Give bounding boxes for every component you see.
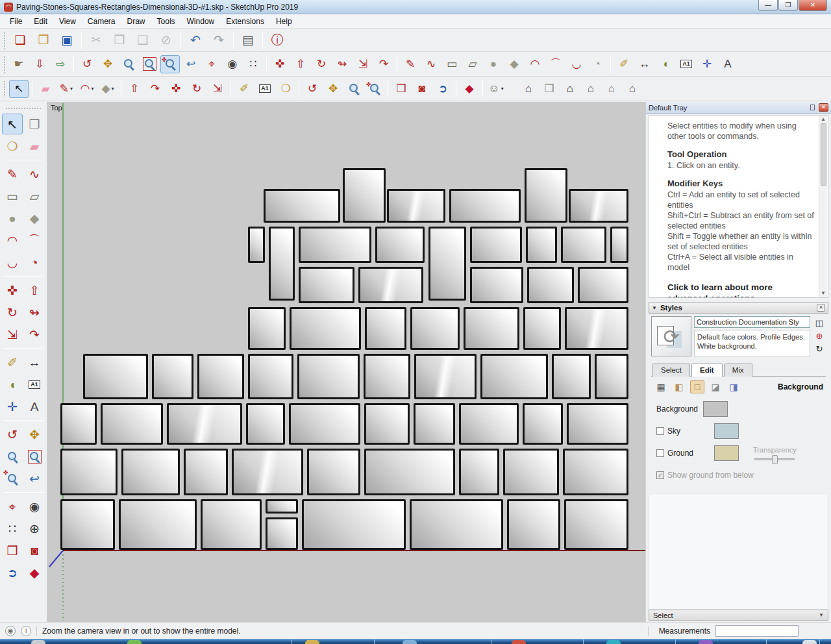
- zoom-icon[interactable]: [344, 80, 364, 98]
- rotated-rectangle-icon[interactable]: ▱: [24, 186, 45, 206]
- create-style-icon[interactable]: ⊕: [813, 330, 826, 342]
- paint-bucket-icon[interactable]: ❍: [2, 136, 23, 156]
- background-settings-icon[interactable]: □: [690, 380, 704, 393]
- styles-panel-header[interactable]: ▼ Styles ✕: [649, 302, 828, 314]
- two-point-arc-icon[interactable]: ⌒: [546, 55, 565, 73]
- right-view-icon[interactable]: ⌂: [581, 80, 601, 98]
- orbit-icon[interactable]: ↺: [303, 80, 322, 98]
- update-style-icon[interactable]: ↻: [813, 343, 826, 355]
- taskbar-app-icon[interactable]: [699, 640, 713, 644]
- axes-icon[interactable]: ✛: [697, 55, 717, 73]
- zoom-extents-icon[interactable]: ✜: [365, 80, 384, 98]
- taskbar-button-edge[interactable]: [819, 639, 831, 644]
- collapse-arrow-icon[interactable]: ▼: [652, 305, 657, 311]
- move-icon[interactable]: ✜: [166, 80, 186, 98]
- orbit-icon[interactable]: ↺: [2, 424, 23, 445]
- freehand-icon[interactable]: ∿: [421, 55, 441, 73]
- extension-warehouse-icon[interactable]: ◙: [24, 540, 45, 561]
- learn-more-link[interactable]: Click to learn about more advanced opera…: [667, 282, 815, 298]
- rectangle-icon[interactable]: ▭: [442, 55, 462, 73]
- arc-icon[interactable]: ◠: [2, 230, 23, 251]
- new-icon[interactable]: ❏: [9, 31, 31, 50]
- rotate-icon[interactable]: ↻: [312, 55, 331, 73]
- tab-select[interactable]: Select: [652, 364, 690, 377]
- tape-measure-icon[interactable]: ✐: [234, 80, 254, 98]
- send-to-layout-icon[interactable]: ➲: [2, 562, 23, 583]
- zoom-window-icon[interactable]: [140, 55, 159, 73]
- select-icon[interactable]: ↖: [9, 80, 29, 98]
- scale-icon[interactable]: ⇲: [2, 324, 23, 345]
- extension-manager-icon[interactable]: ◆: [460, 80, 479, 98]
- style-name-input[interactable]: [694, 316, 810, 328]
- taskbar-app-icon[interactable]: [606, 640, 621, 644]
- rotate-icon[interactable]: ↻: [187, 80, 206, 98]
- import-model-icon[interactable]: ⇩: [30, 55, 49, 73]
- back-view-icon[interactable]: ⌂: [602, 80, 621, 98]
- watermark-settings-icon[interactable]: ◪: [708, 380, 723, 393]
- tray-bottom-bar[interactable]: Select ▼: [649, 610, 828, 621]
- rectangle-icon[interactable]: ▭: [2, 186, 23, 206]
- 3d-text-icon[interactable]: A: [718, 55, 738, 73]
- front-view-icon[interactable]: ⌂: [560, 80, 580, 98]
- transparency-slider[interactable]: [754, 458, 795, 460]
- push-pull-icon[interactable]: ⇧: [125, 80, 144, 98]
- follow-me-icon[interactable]: ↬: [332, 55, 352, 73]
- protractor-icon[interactable]: ◖: [2, 374, 23, 395]
- menu-edit[interactable]: Edit: [28, 16, 53, 27]
- rotate-icon[interactable]: ↻: [2, 302, 23, 323]
- restore-button[interactable]: ❐: [778, 0, 798, 11]
- tab-edit[interactable]: Edit: [691, 364, 723, 377]
- two-point-arc-icon[interactable]: ⌒: [24, 230, 45, 251]
- menu-file[interactable]: File: [4, 16, 28, 27]
- rotated-rectangle-icon[interactable]: ▱: [463, 55, 482, 73]
- position-camera-icon[interactable]: ⌖: [2, 496, 23, 517]
- toolbar-drag-handle[interactable]: [3, 56, 6, 73]
- undo-icon[interactable]: ↶: [184, 31, 206, 50]
- pin-icon[interactable]: [810, 105, 815, 110]
- menu-view[interactable]: View: [53, 16, 82, 27]
- top-view-icon[interactable]: ❒: [540, 80, 559, 98]
- taskbar-button-edge[interactable]: [583, 639, 661, 644]
- walk-icon[interactable]: ∷: [2, 518, 23, 539]
- dimension-icon[interactable]: ↔: [24, 352, 45, 373]
- tape-measure-icon[interactable]: ✐: [2, 352, 23, 373]
- toolbar-drag-handle[interactable]: [3, 80, 6, 97]
- chevron-down-icon[interactable]: ▼: [819, 612, 824, 618]
- close-button[interactable]: ✕: [799, 0, 827, 11]
- extension-warehouse-icon[interactable]: ◙: [412, 80, 432, 98]
- secondary-pane-icon[interactable]: ◫: [813, 317, 826, 329]
- iso-view-icon[interactable]: ⌂: [519, 80, 538, 98]
- zoom-window-icon[interactable]: [24, 446, 45, 467]
- menu-draw[interactable]: Draw: [121, 16, 151, 27]
- menu-extensions[interactable]: Extensions: [220, 16, 270, 27]
- windows-taskbar[interactable]: [0, 639, 831, 644]
- modeling-settings-icon[interactable]: ◨: [726, 380, 741, 393]
- freehand-icon[interactable]: ∿: [24, 164, 45, 184]
- text-icon[interactable]: A1: [676, 55, 696, 73]
- taskbar-button-edge[interactable]: [675, 639, 753, 644]
- paint-bucket-icon[interactable]: ❍: [276, 80, 295, 98]
- pan-icon[interactable]: ✥: [24, 424, 45, 445]
- pan-icon[interactable]: ✥: [323, 80, 343, 98]
- zoom-icon[interactable]: [119, 55, 138, 73]
- zoom-icon[interactable]: [2, 446, 23, 467]
- taskbar-app-icon[interactable]: [305, 640, 319, 644]
- three-point-arc-icon[interactable]: ◡: [567, 55, 586, 73]
- measurements-input[interactable]: [715, 625, 799, 637]
- left-view-icon[interactable]: ⌂: [623, 80, 642, 98]
- menu-tools[interactable]: Tools: [151, 16, 181, 27]
- taskbar-app-icon[interactable]: [127, 640, 142, 644]
- hand-tool-icon[interactable]: ☛: [9, 55, 29, 73]
- erase-icon[interactable]: ⊘: [155, 31, 177, 50]
- arc-icon[interactable]: ◠: [525, 55, 545, 73]
- section-plane-icon[interactable]: ⊕: [24, 518, 45, 539]
- zoom-previous-icon[interactable]: ↩: [24, 468, 45, 489]
- select-icon[interactable]: ↖: [2, 114, 23, 134]
- menu-help[interactable]: Help: [270, 16, 298, 27]
- polygon-icon[interactable]: ◆: [24, 208, 45, 229]
- look-around-icon[interactable]: ◉: [223, 55, 242, 73]
- scale-icon[interactable]: ⇲: [208, 80, 227, 98]
- polygon-icon[interactable]: ◆: [504, 55, 524, 73]
- style-thumbnail[interactable]: ⟳: [651, 316, 691, 356]
- tray-close-icon[interactable]: ✕: [819, 103, 828, 112]
